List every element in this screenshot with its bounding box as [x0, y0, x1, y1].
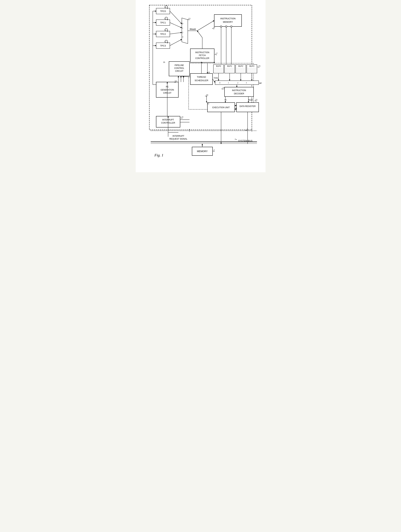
tpc2-to-mux [170, 32, 182, 34]
label-14: 14 [213, 26, 215, 29]
label-21: 21 [222, 87, 225, 89]
instruction-decoder-label1: INSTRUCTION [232, 89, 246, 92]
tpc0-to-mux [170, 11, 182, 24]
instruction-memory-label2: MEMORY [223, 21, 233, 23]
ifc-label1: INSTRUCTION [195, 51, 209, 54]
data-register-label1: DATA REGISTER [239, 105, 256, 108]
mux-2: 2 [182, 31, 183, 34]
system-bus-label: SYSTEM BUS [238, 139, 252, 142]
ifc-label2: FETCH [199, 54, 206, 57]
mux-3: 3 [182, 36, 183, 38]
tpc1-label: TPC1 [160, 21, 166, 24]
interrupt-request-label1: INTERRUPT [172, 135, 184, 137]
label-13: 13 [188, 17, 190, 20]
label-b: b [236, 107, 237, 109]
mux-to-imem [197, 20, 214, 31]
tpc2-label: TPC2 [160, 33, 166, 35]
tsel-mux-1: 1 [228, 82, 229, 84]
tsel-mux-3: 3 [246, 82, 247, 84]
buf2-label: BUF2 [238, 65, 243, 67]
ts-to-tsel [213, 79, 215, 82]
label-2: 2 [213, 149, 215, 151]
tpc0-label: TPC0 [160, 10, 166, 13]
instruction-memory-label1: INSTRUCTION [220, 17, 235, 20]
diagram-svg: TPC0 +1 TPC1 +1 TPC2 +1 TPC3 +1 [139, 3, 262, 166]
pipeline-ctrl-label3: CIRCUIT [175, 70, 183, 72]
page: TPC0 +1 TPC1 +1 TPC2 +1 TPC3 +1 [136, 0, 265, 172]
label-22: 22 [207, 102, 209, 105]
thread-scheduler-label1: THREAD [197, 76, 206, 78]
plus1-tpc2: +1 [164, 29, 166, 31]
imadd-label: IМadd [190, 28, 196, 30]
tpc3-label: TPC3 [160, 44, 166, 47]
label-a: a [236, 104, 237, 106]
squiggle-sysbus [235, 139, 237, 140]
label-16: 16 [163, 61, 165, 63]
interrupt-request-label2: REQUEST SIGNAL [169, 138, 187, 140]
tsel-label: TSEL [213, 77, 219, 79]
plus1-tpc0: +1 [164, 6, 166, 8]
tpc3-to-mux [170, 39, 182, 46]
instruction-memory-block [214, 14, 242, 26]
memory-label: MEMORY [197, 150, 207, 153]
label-15: 15 [258, 65, 260, 67]
sc-label: SC [225, 99, 227, 101]
label-18: 18 [260, 82, 262, 84]
tsel-mux-2: 2 [237, 82, 238, 84]
fig-label: Fig. 1 [154, 153, 163, 157]
ifc-to-mux-path [197, 31, 202, 38]
instruction-decoder-label2: DECODER [234, 92, 244, 95]
mux-1: 1 [182, 27, 183, 29]
label-17: 17 [215, 52, 218, 55]
pipeline-ctrl-label2: CONTROL [174, 67, 184, 69]
tsel-mux-0: 0 [219, 82, 220, 84]
pipeline-ctrl-label1: PIPELINE [175, 64, 184, 66]
radd-label: Radd [248, 99, 253, 101]
execution-unit-label: EXECUTION UNIT [212, 106, 230, 109]
mux-0: 0 [182, 22, 183, 25]
mux-shape [182, 18, 188, 44]
plus1-tpc1: +1 [164, 18, 166, 20]
diagram-container: TPC0 +1 TPC1 +1 TPC2 +1 TPC3 +1 [139, 3, 262, 166]
label-12: 12 [175, 80, 177, 82]
label-11: 11 [182, 116, 183, 118]
tsel-mux-shape [215, 81, 259, 85]
instruction-decoder-block [225, 87, 254, 96]
thread-scheduler-label2: SCHEDULER [194, 79, 208, 82]
label-23: 23 [255, 99, 257, 101]
buf1-label: BUF1 [227, 65, 232, 67]
buf0-label: BUF0 [216, 65, 221, 67]
ifc-label3: CONTROLLER [195, 57, 209, 59]
label-19: 19 [208, 71, 210, 74]
label-10: 10 [206, 94, 208, 96]
tpc1-to-mux [170, 23, 182, 28]
plus1-tpc3: +1 [164, 41, 166, 43]
buf3-label: BUF3 [249, 65, 254, 67]
